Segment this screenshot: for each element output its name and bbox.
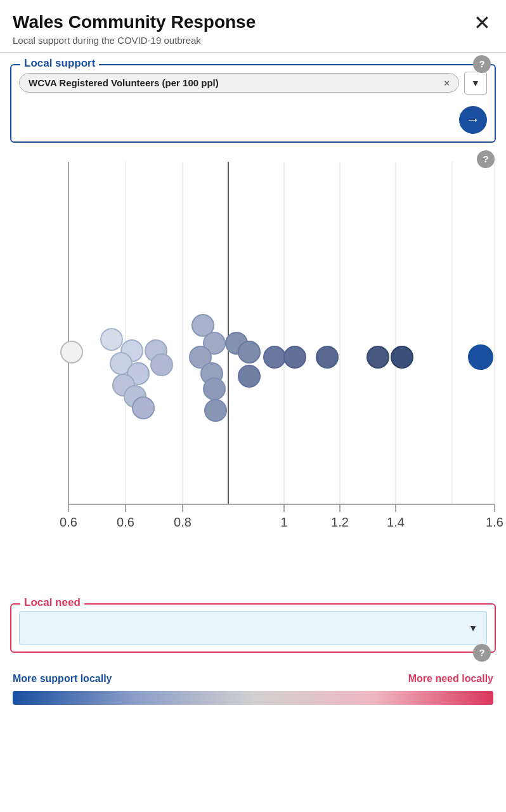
- chart-dot[interactable]: [151, 354, 172, 376]
- legend-row: More support locally More need locally: [0, 653, 506, 691]
- pill-remove-button[interactable]: ×: [444, 77, 450, 88]
- chart-dot[interactable]: [469, 345, 493, 369]
- local-need-label: Local need: [20, 596, 84, 609]
- proceed-button[interactable]: →: [459, 106, 487, 134]
- legend-right-label: More need locally: [408, 673, 493, 684]
- support-bottom-row: →: [19, 100, 487, 135]
- svg-text:1.4: 1.4: [387, 515, 405, 529]
- chart-dot[interactable]: [61, 341, 82, 363]
- pill-text: WCVA Registered Volunteers (per 100 ppl): [29, 77, 438, 88]
- support-dropdown-row: WCVA Registered Volunteers (per 100 ppl)…: [19, 72, 487, 95]
- support-dropdown-arrow[interactable]: ▼: [464, 72, 487, 95]
- chart-dot[interactable]: [238, 365, 260, 387]
- legend-gradient-bar: [13, 691, 493, 705]
- chart-dot[interactable]: [204, 378, 225, 400]
- need-dropdown-arrow: ▼: [469, 623, 477, 633]
- svg-text:0.8: 0.8: [174, 515, 191, 529]
- need-dropdown[interactable]: ▼: [19, 611, 487, 645]
- chart-dot[interactable]: [264, 346, 285, 368]
- chart-dot[interactable]: [205, 400, 226, 421]
- header: Wales Community Response Local support d…: [0, 0, 506, 53]
- support-dropdown-pill[interactable]: WCVA Registered Volunteers (per 100 ppl)…: [19, 73, 459, 93]
- svg-text:1.2: 1.2: [331, 515, 349, 529]
- support-help-icon[interactable]: ?: [473, 55, 491, 73]
- chart-dot[interactable]: [367, 346, 389, 368]
- header-text: Wales Community Response Local support d…: [13, 11, 256, 46]
- local-need-section: Local need ▼ ?: [10, 603, 496, 653]
- legend-left-label: More support locally: [13, 673, 112, 684]
- svg-text:0.6: 0.6: [117, 515, 134, 529]
- close-button[interactable]: ✕: [471, 13, 493, 33]
- page-subtitle: Local support during the COVID-19 outbre…: [13, 35, 256, 46]
- local-support-section: Local support ? WCVA Registered Voluntee…: [10, 64, 496, 143]
- page-title: Wales Community Response: [13, 11, 256, 33]
- chart-container: ? 0.6 0.6 0.8 1 1.2 1.4 1.6: [10, 149, 496, 596]
- chart-svg: 0.6 0.6 0.8 1 1.2 1.4 1.6: [10, 149, 496, 593]
- svg-text:1.6: 1.6: [486, 515, 503, 529]
- svg-text:1: 1: [280, 515, 287, 529]
- chart-dot[interactable]: [133, 397, 154, 419]
- need-help-icon[interactable]: ?: [473, 644, 491, 662]
- chart-dot[interactable]: [391, 346, 413, 368]
- chart-dot[interactable]: [238, 341, 260, 363]
- local-support-label: Local support: [20, 57, 99, 70]
- chart-help-icon[interactable]: ?: [477, 150, 495, 168]
- svg-text:0.6: 0.6: [60, 515, 77, 529]
- chart-dot[interactable]: [316, 346, 338, 368]
- chart-dot[interactable]: [101, 329, 122, 350]
- chart-dot[interactable]: [284, 346, 306, 368]
